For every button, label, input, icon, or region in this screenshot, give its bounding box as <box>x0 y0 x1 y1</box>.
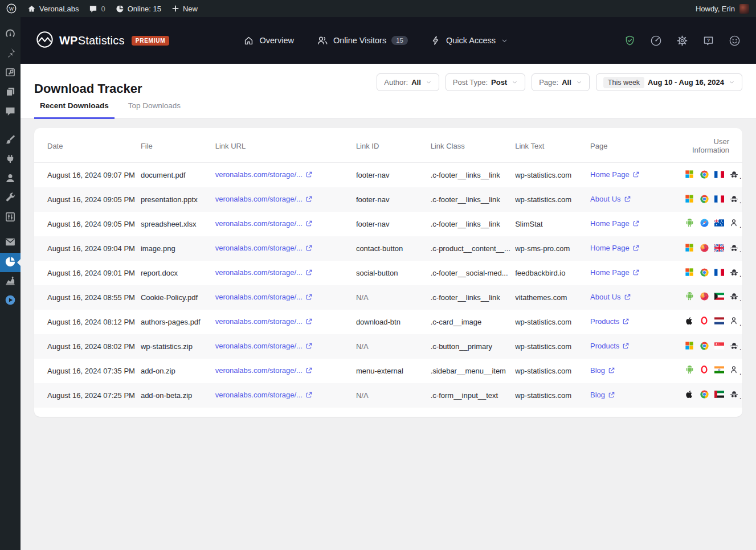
australia-flag-icon[interactable] <box>714 218 724 228</box>
smiley-icon[interactable] <box>729 35 741 47</box>
android-os-icon[interactable] <box>685 365 694 375</box>
apple-os-icon[interactable] <box>685 316 694 326</box>
nav-item-overview[interactable]: Overview <box>243 35 293 46</box>
page-link[interactable]: Home Page <box>590 219 630 228</box>
incognito-icon[interactable] <box>729 243 739 253</box>
windows-os-icon[interactable] <box>685 268 694 277</box>
page-link[interactable]: About Us <box>590 195 620 203</box>
firefox-browser-icon[interactable] <box>700 243 709 253</box>
page-link[interactable]: Blog <box>590 391 605 399</box>
external-link-icon[interactable] <box>608 391 615 400</box>
person-icon[interactable] <box>729 365 739 375</box>
page-link[interactable]: Products <box>590 317 619 326</box>
incognito-icon[interactable] <box>729 341 739 351</box>
external-link-icon[interactable] <box>624 195 631 204</box>
page-link[interactable]: Products <box>590 342 619 350</box>
chrome-browser-icon[interactable] <box>700 341 709 351</box>
external-link-icon[interactable] <box>632 244 640 253</box>
chrome-browser-icon[interactable] <box>700 268 709 277</box>
uk-flag-icon[interactable] <box>714 243 724 253</box>
external-link-icon[interactable] <box>305 171 313 180</box>
external-link-icon[interactable] <box>305 391 313 400</box>
windows-os-icon[interactable] <box>685 341 694 351</box>
incognito-icon[interactable] <box>729 170 739 179</box>
chrome-browser-icon[interactable] <box>700 194 709 204</box>
incognito-icon[interactable] <box>729 194 739 204</box>
page-link[interactable]: Home Page <box>590 170 630 179</box>
author-filter[interactable]: Author:All <box>377 73 439 91</box>
sidebar-item-tools[interactable] <box>0 189 21 208</box>
external-link-icon[interactable] <box>305 269 313 278</box>
windows-os-icon[interactable] <box>685 194 694 204</box>
sidebar-item-posts[interactable] <box>0 44 21 64</box>
external-link-icon[interactable] <box>305 195 313 204</box>
external-link-icon[interactable] <box>305 367 313 376</box>
sidebar-item-tutorials[interactable] <box>0 292 21 311</box>
post-type-filter[interactable]: Post Type:Post <box>446 73 525 91</box>
firefox-browser-icon[interactable] <box>700 292 709 301</box>
account-menu-item[interactable]: Howdy, Erin <box>696 4 756 14</box>
apple-os-icon[interactable] <box>685 389 694 399</box>
kuwait-flag-icon[interactable] <box>714 292 724 301</box>
help-icon[interactable]: ? <box>702 35 714 47</box>
sidebar-item-pages[interactable] <box>0 83 21 102</box>
site-menu-item[interactable]: VeronaLabs <box>27 5 79 13</box>
online-menu-item[interactable]: Online: 15 <box>116 5 161 13</box>
chrome-browser-icon[interactable] <box>700 170 709 179</box>
nav-item-online-visitors[interactable]: Online Visitors15 <box>317 35 408 46</box>
link-url-link[interactable]: veronalabs.com/storage/... <box>215 317 303 326</box>
page-link[interactable]: Blog <box>590 366 605 375</box>
gear-icon[interactable] <box>676 35 688 47</box>
incognito-icon[interactable] <box>729 292 739 301</box>
windows-os-icon[interactable] <box>685 243 694 253</box>
opera-browser-icon[interactable] <box>700 316 709 326</box>
external-link-icon[interactable] <box>632 171 640 180</box>
link-url-link[interactable]: veronalabs.com/storage/... <box>215 366 303 375</box>
france-flag-icon[interactable] <box>714 170 724 179</box>
safari-browser-icon[interactable] <box>700 218 709 228</box>
link-url-link[interactable]: veronalabs.com/storage/... <box>215 293 303 301</box>
person-icon[interactable] <box>729 218 739 228</box>
incognito-icon[interactable] <box>729 268 739 277</box>
link-url-link[interactable]: veronalabs.com/storage/... <box>215 268 303 277</box>
external-link-icon[interactable] <box>632 269 640 278</box>
nav-item-quick-access[interactable]: Quick Access <box>431 35 508 46</box>
gauge-meter-icon[interactable] <box>650 35 662 47</box>
sidebar-item-wp-statistics[interactable] <box>0 253 21 272</box>
link-url-link[interactable]: veronalabs.com/storage/... <box>215 342 303 350</box>
sidebar-item-analytics[interactable] <box>0 272 21 292</box>
tab-recent-downloads[interactable]: Recent Downloads <box>34 101 115 119</box>
sidebar-item-mail[interactable] <box>0 233 21 253</box>
chrome-browser-icon[interactable] <box>700 389 709 399</box>
page-link[interactable]: Home Page <box>590 268 630 277</box>
external-link-icon[interactable] <box>305 342 313 351</box>
page-link[interactable]: Home Page <box>590 244 630 252</box>
wordpress-logo-icon[interactable]: W <box>6 3 17 14</box>
link-url-link[interactable]: veronalabs.com/storage/... <box>215 391 303 399</box>
singapore-flag-icon[interactable] <box>714 341 724 351</box>
sidebar-item-dashboard[interactable] <box>0 25 21 44</box>
date-range-filter[interactable]: This weekAug 10 - Aug 16, 2024 <box>596 73 742 91</box>
android-os-icon[interactable] <box>685 292 694 301</box>
sidebar-item-settings[interactable] <box>0 208 21 228</box>
uae-flag-icon[interactable] <box>714 389 724 399</box>
external-link-icon[interactable] <box>624 293 631 302</box>
link-url-link[interactable]: veronalabs.com/storage/... <box>215 244 303 252</box>
comments-menu-item[interactable]: 0 <box>89 5 105 13</box>
shield-check-icon[interactable] <box>624 35 636 47</box>
link-url-link[interactable]: veronalabs.com/storage/... <box>215 195 303 203</box>
external-link-icon[interactable] <box>305 318 313 327</box>
external-link-icon[interactable] <box>622 342 630 351</box>
external-link-icon[interactable] <box>305 220 313 229</box>
france-flag-icon[interactable] <box>714 268 724 277</box>
incognito-icon[interactable] <box>729 389 739 399</box>
person-icon[interactable] <box>729 316 739 326</box>
sidebar-item-users[interactable] <box>0 170 21 189</box>
france-flag-icon[interactable] <box>714 194 724 204</box>
external-link-icon[interactable] <box>305 293 313 302</box>
external-link-icon[interactable] <box>632 220 640 229</box>
link-url-link[interactable]: veronalabs.com/storage/... <box>215 219 303 228</box>
page-filter[interactable]: Page:All <box>532 73 590 91</box>
new-menu-item[interactable]: New <box>171 5 198 13</box>
wp-statistics-brand[interactable]: WPStatistics PREMIUM <box>36 31 169 51</box>
